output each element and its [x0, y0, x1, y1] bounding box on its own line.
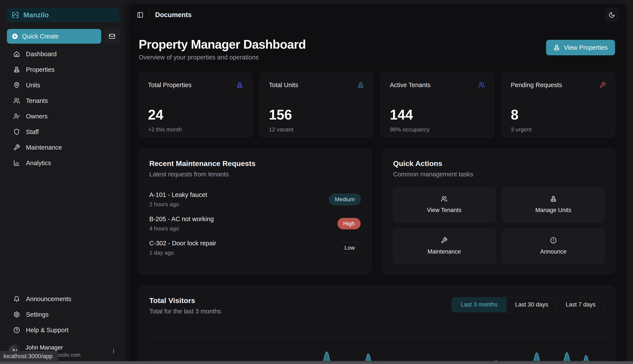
range-tab[interactable]: Last 3 months [452, 298, 506, 312]
stat-value: 8 [511, 107, 606, 123]
stat-icon [357, 82, 364, 88]
sidebar-footer-item[interactable]: Announcements [7, 291, 119, 307]
priority-badge: Medium [329, 194, 361, 205]
main-panel: Documents Property Manager Dashboard Ove… [128, 4, 627, 364]
sidebar-item-label: Maintenance [26, 144, 62, 151]
visitors-title: Total Visitors [149, 296, 221, 305]
stat-card[interactable]: Total Properties 24 +2 this month [139, 73, 252, 138]
stat-icon [236, 82, 243, 88]
quick-action-icon [550, 196, 557, 202]
sidebar-item-label: Units [26, 82, 40, 89]
brand-name: Manzilo [23, 11, 49, 19]
sidebar-item-label: Analytics [26, 160, 51, 167]
page-head-text: Property Manager Dashboard Overview of y… [139, 38, 306, 61]
sidebar-nav-item[interactable]: Dashboard [7, 46, 119, 62]
quick-action-label: View Tenants [427, 207, 461, 214]
horizontal-scrollbar[interactable] [0, 361, 633, 364]
priority-badge: High [338, 218, 361, 229]
quick-action-label: Maintenance [428, 248, 461, 255]
sidebar-footer-icon [14, 311, 20, 318]
request-title: A-101 - Leaky faucet [149, 191, 207, 198]
request-title: C-302 - Door lock repair [149, 240, 216, 247]
middle-row: Recent Maintenance Requests Latest reque… [139, 149, 615, 274]
sidebar-footer-label: Settings [26, 311, 49, 318]
sidebar-toggle-icon[interactable] [137, 12, 143, 18]
moon-icon [608, 12, 615, 18]
quick-action-label: Manage Units [535, 207, 571, 214]
sidebar-footer-label: Announcements [26, 296, 71, 302]
stat-label: Total Properties [148, 82, 192, 88]
sidebar-nav-item[interactable]: Staff [7, 124, 119, 140]
sidebar-item-icon [14, 128, 20, 135]
visitors-head: Total Visitors Total for the last 3 mont… [139, 296, 615, 315]
sidebar-item-icon [14, 144, 20, 151]
sidebar-nav-item[interactable]: Properties [7, 62, 119, 78]
sidebar-nav-item[interactable]: Analytics [7, 155, 119, 171]
sidebar-footer-item[interactable]: Help & Support [7, 322, 119, 338]
sidebar-footer-nav: Announcements Settings Help & Support [7, 291, 119, 338]
stat-label: Total Units [269, 82, 298, 88]
sidebar-nav-item[interactable]: Tenants [7, 93, 119, 108]
quick-create-label: Quick Create [22, 33, 59, 40]
page-title: Property Manager Dashboard [139, 38, 306, 51]
mail-button[interactable] [105, 29, 119, 44]
sidebar-nav-item[interactable]: Maintenance [7, 140, 119, 155]
topbar-left: Documents [137, 11, 192, 19]
priority-badge: Low [339, 242, 361, 254]
sidebar-nav-item[interactable]: Units [7, 78, 119, 93]
maintenance-subtitle: Latest requests from tenants [149, 171, 361, 178]
sidebar-item-icon [14, 113, 20, 120]
theme-toggle-button[interactable] [605, 8, 618, 22]
ellipsis-vertical-icon [111, 348, 116, 354]
quick-actions-title: Quick Actions [393, 159, 604, 168]
stat-label: Pending Requests [511, 82, 562, 88]
page-subtitle: Overview of your properties and operatio… [139, 54, 306, 61]
request-time: 2 hours ago [149, 201, 207, 208]
quick-action-tile[interactable]: Manage Units [502, 188, 605, 222]
sidebar-footer-item[interactable]: Settings [7, 307, 119, 322]
stat-card[interactable]: Pending Requests 8 3 urgent [501, 73, 615, 138]
range-tab[interactable]: Last 30 days [506, 298, 557, 312]
request-time: 1 day ago [149, 250, 216, 256]
sidebar-bottom: Announcements Settings Help & Support N [7, 288, 119, 360]
stat-value: 24 [148, 107, 243, 123]
visitors-card: Total Visitors Total for the last 3 mont… [139, 286, 615, 364]
page-head: Property Manager Dashboard Overview of y… [139, 38, 615, 61]
view-properties-button[interactable]: View Properties [546, 40, 615, 55]
quick-action-tile[interactable]: Maintenance [393, 229, 495, 264]
maintenance-card: Recent Maintenance Requests Latest reque… [139, 149, 371, 274]
maintenance-title: Recent Maintenance Requests [149, 159, 361, 168]
request-title: B-205 - AC not working [149, 216, 214, 223]
visitors-chart [151, 316, 607, 364]
sidebar-item-label: Owners [26, 113, 48, 120]
sidebar-item-icon [14, 66, 20, 73]
content: Property Manager Dashboard Overview of y… [128, 26, 627, 364]
stat-card[interactable]: Total Units 156 12 vacant [260, 73, 373, 138]
request-row[interactable]: C-302 - Door lock repair 1 day ago Low [149, 236, 361, 260]
sidebar: Manzilo Quick Create Dashboard Prope [0, 0, 126, 364]
sidebar-nav-item[interactable]: Owners [7, 108, 119, 124]
user-menu-button[interactable] [109, 347, 118, 356]
request-row[interactable]: A-101 - Leaky faucet 2 hours ago Medium [149, 188, 361, 212]
stat-card[interactable]: Active Tenants 144 98% occupancy [381, 73, 494, 138]
request-row[interactable]: B-205 - AC not working 4 hours ago High [149, 212, 361, 236]
stat-label: Active Tenants [390, 82, 431, 88]
sidebar-footer-icon [14, 296, 20, 302]
request-list: A-101 - Leaky faucet 2 hours ago Medium … [149, 188, 361, 260]
quick-actions-card: Quick Actions Common management tasks Vi… [383, 149, 615, 274]
range-tab[interactable]: Last 7 days [557, 298, 604, 312]
mail-icon [109, 33, 115, 40]
stat-icon [599, 82, 606, 88]
user-name: John Manager [26, 344, 105, 351]
stat-note: 3 urgent [511, 126, 606, 133]
browser-status-tooltip: localhost:3000/app [0, 351, 58, 362]
sidebar-item-icon [14, 51, 20, 57]
quick-action-tile[interactable]: Announce [502, 229, 605, 264]
stat-value: 144 [390, 107, 485, 123]
sidebar-footer-label: Help & Support [26, 326, 69, 334]
brand-header[interactable]: Manzilo [7, 8, 119, 22]
building-icon [553, 44, 560, 51]
quick-action-tile[interactable]: View Tenants [393, 188, 495, 222]
sidebar-item-label: Staff [26, 128, 39, 136]
quick-create-button[interactable]: Quick Create [7, 29, 101, 44]
